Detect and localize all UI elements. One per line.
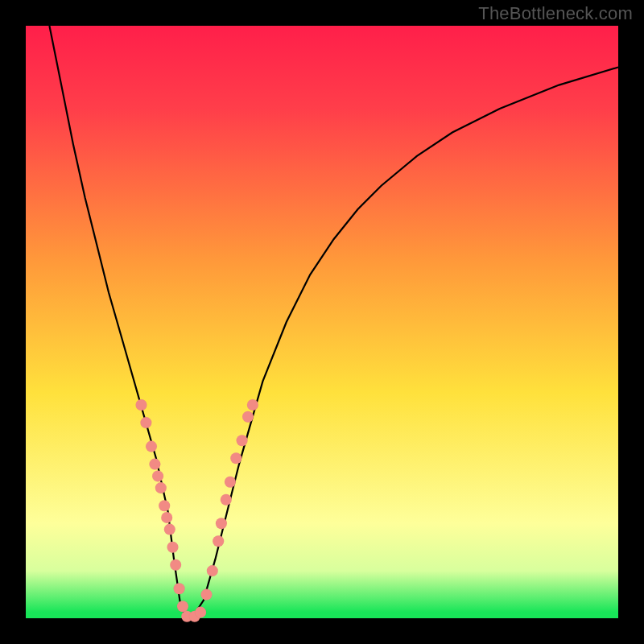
scatter-dot — [155, 482, 167, 493]
scatter-dot — [159, 500, 170, 511]
scatter-dot — [136, 399, 147, 411]
scatter-dot — [177, 601, 188, 612]
scatter-dot — [242, 411, 254, 423]
scatter-dot — [149, 459, 160, 470]
scatter-dot — [221, 494, 232, 506]
chart-frame: TheBottleneck.com — [0, 0, 644, 644]
scatter-dot — [195, 607, 206, 618]
scatter-dot — [161, 512, 172, 523]
scatter-dot — [247, 399, 258, 411]
scatter-dot — [230, 452, 242, 464]
scatter-dot — [164, 524, 175, 535]
scatter-dot — [174, 583, 185, 594]
scatter-dot — [170, 559, 181, 571]
watermark-text: TheBottleneck.com — [478, 3, 633, 24]
bottleneck-curve — [49, 26, 618, 618]
scatter-dot — [207, 565, 218, 576]
chart-svg — [26, 26, 618, 618]
scatter-dot — [140, 417, 151, 428]
scatter-dot — [201, 589, 213, 601]
scatter-dot — [213, 535, 224, 547]
scatter-dot — [216, 518, 227, 529]
scatter-dot — [152, 470, 163, 481]
scatter-dot — [146, 441, 157, 452]
scatter-dot — [225, 477, 236, 488]
scatter-dot — [237, 435, 248, 446]
scatter-points — [136, 399, 258, 622]
scatter-dot — [167, 542, 179, 553]
plot-area — [26, 26, 618, 618]
